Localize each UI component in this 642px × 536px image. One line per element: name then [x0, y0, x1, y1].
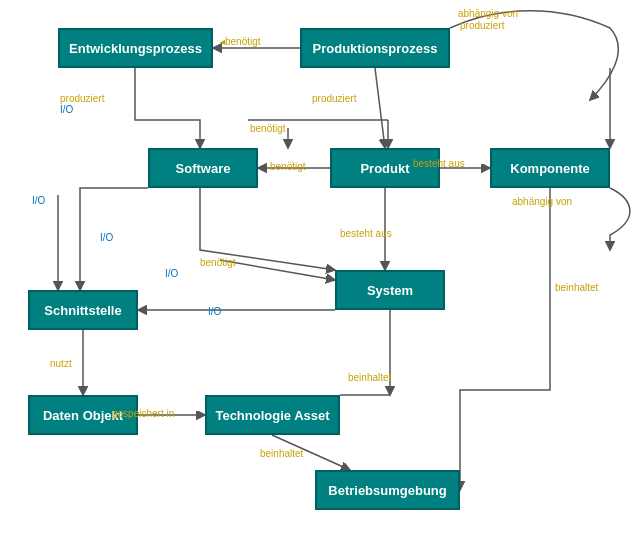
- label-abhaengig-von-ko: abhängig von: [512, 196, 572, 207]
- node-schnittstelle[interactable]: Schnittstelle: [28, 290, 138, 330]
- node-betriebsumgebung[interactable]: Betriebsumgebung: [315, 470, 460, 510]
- node-produkt[interactable]: Produkt: [330, 148, 440, 188]
- label-benoetigt-ep-pp: ◂benötigt: [220, 36, 261, 47]
- arrows-svg: [0, 0, 642, 536]
- label-nutzt: nutzt: [50, 358, 72, 369]
- node-produktionsprozess[interactable]: Produktionsprozess: [300, 28, 450, 68]
- label-produziert-top-right: produziert: [460, 20, 504, 31]
- label-io-sw-sys: I/O: [165, 268, 178, 279]
- node-daten-objekt[interactable]: Daten Objekt: [28, 395, 138, 435]
- svg-line-9: [220, 260, 335, 280]
- node-software[interactable]: Software: [148, 148, 258, 188]
- label-beinhaltet-right: beinhaltet: [555, 282, 598, 293]
- label-benoetigt-top: benötigt: [250, 123, 286, 134]
- label-besteht-aus-pr-sys: besteht aus: [340, 228, 392, 239]
- node-entwicklungsprozess[interactable]: Entwicklungsprozess: [58, 28, 213, 68]
- node-system[interactable]: System: [335, 270, 445, 310]
- label-beinhaltet-sys-ta: beinhaltet: [348, 372, 391, 383]
- label-io-sys-sch: I/O: [208, 306, 221, 317]
- label-beinhaltet-ta-bu: beinhaltet: [260, 448, 303, 459]
- label-io-sw-left: I/O: [100, 232, 113, 243]
- label-benoetigt-sw-pr: benötigt: [270, 161, 306, 172]
- diagram-container: Entwicklungsprozess Produktionsprozess S…: [0, 0, 642, 536]
- svg-line-16: [272, 435, 350, 470]
- label-produziert-ep: produziert: [60, 93, 104, 104]
- label-io-left: I/O: [32, 195, 45, 206]
- node-technologie-asset[interactable]: Technologie Asset: [205, 395, 340, 435]
- label-benoetigt-sw-sys: benötigt: [200, 257, 236, 268]
- label-io-ep: I/O: [60, 104, 73, 115]
- label-abhaengig-von-top: abhängig von: [458, 8, 518, 19]
- label-produziert-pp: produziert: [312, 93, 356, 104]
- node-komponente[interactable]: Komponente: [490, 148, 610, 188]
- svg-line-3: [375, 68, 385, 148]
